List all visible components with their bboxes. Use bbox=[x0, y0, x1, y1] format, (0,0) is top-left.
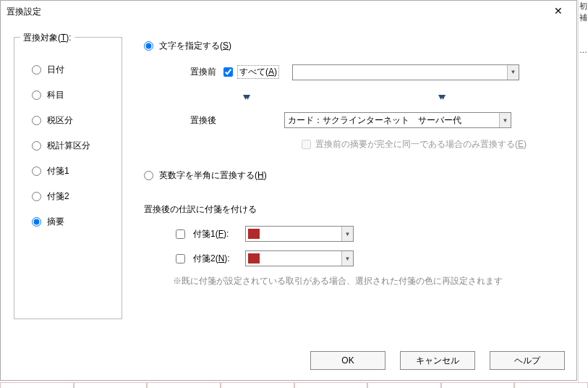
all-check-row[interactable]: すべて(A) bbox=[223, 65, 279, 79]
color-swatch-icon bbox=[248, 229, 260, 239]
arrow-down-icon: ❤ bbox=[419, 90, 462, 102]
chevron-down-icon[interactable]: ▼ bbox=[341, 227, 353, 241]
strip-char: 補 bbox=[579, 12, 588, 23]
all-label: すべて(A) bbox=[237, 65, 279, 79]
chevron-down-icon[interactable]: ▼ bbox=[507, 65, 519, 80]
radio-fusen2[interactable] bbox=[32, 192, 41, 201]
fusen-section-title: 置換後の仕訳に付箋を付ける bbox=[144, 203, 568, 216]
radio-zeikubun[interactable] bbox=[32, 116, 41, 125]
target-radio-kamoku[interactable]: 科目 bbox=[32, 89, 111, 101]
radio-zeikeisan[interactable] bbox=[32, 141, 41, 151]
dialog-body: 置換対象(T): 日付 科目 税区分 税計算区分 付箋1 bbox=[1, 22, 576, 319]
radio-label: 付箋1 bbox=[47, 165, 69, 177]
fusen1-label: 付箋1(F): bbox=[193, 228, 239, 240]
checkbox-only-exact bbox=[302, 140, 311, 149]
checkbox-fusen1[interactable] bbox=[176, 229, 185, 239]
only-exact-label: 置換前の摘要が完全に同一である場合のみ置換する(E) bbox=[315, 138, 527, 151]
after-value: カード：サクラインターネット サーバー代 bbox=[288, 114, 461, 127]
only-exact-row: 置換前の摘要が完全に同一である場合のみ置換する(E) bbox=[302, 138, 568, 151]
before-label: 置換前 bbox=[158, 66, 223, 78]
target-legend: 置換対象(T): bbox=[20, 32, 74, 44]
mode-halfwidth-row[interactable]: 英数字を半角に置換する(H) bbox=[144, 169, 568, 182]
radio-kamoku[interactable] bbox=[32, 90, 41, 100]
checkbox-all[interactable] bbox=[223, 67, 233, 77]
background-tabs bbox=[0, 382, 588, 388]
fusen1-row: 付箋1(F): ▼ bbox=[173, 226, 568, 242]
cancel-button[interactable]: キャンセル bbox=[400, 351, 475, 370]
chevron-down-icon[interactable]: ▼ bbox=[499, 113, 511, 127]
radio-label: 税計算区分 bbox=[47, 140, 90, 152]
after-label: 置換後 bbox=[158, 114, 223, 127]
before-combo[interactable]: ▼ bbox=[292, 64, 519, 80]
close-icon[interactable]: ✕ bbox=[547, 4, 569, 20]
radio-halfwidth[interactable] bbox=[144, 171, 153, 180]
help-button[interactable]: ヘルプ bbox=[490, 351, 565, 370]
window-title: 置換設定 bbox=[7, 6, 41, 18]
strip-char: 初 bbox=[579, 0, 588, 12]
radio-fusen1[interactable] bbox=[32, 166, 41, 176]
color-swatch-icon bbox=[248, 253, 260, 263]
radio-label: 日付 bbox=[47, 64, 64, 76]
fusen2-label: 付箋2(N): bbox=[193, 253, 239, 265]
fusen2-combo[interactable]: ▼ bbox=[245, 250, 354, 266]
checkbox-fusen2[interactable] bbox=[176, 254, 185, 263]
fusen1-combo[interactable]: ▼ bbox=[245, 226, 354, 242]
radio-tekiyou[interactable] bbox=[32, 217, 41, 227]
fusen-note: ※既に付箋が設定されている取引がある場合、選択された付箋の色に再設定されます bbox=[173, 275, 568, 287]
radio-label: 税区分 bbox=[47, 114, 73, 127]
titlebar: 置換設定 ✕ bbox=[1, 1, 576, 22]
main-panel: 文字を指定する(S) 置換前 すべて(A) ▼ ❤ ❤ bbox=[122, 37, 568, 319]
after-combo[interactable]: カード：サクラインターネット サーバー代 ▼ bbox=[284, 112, 511, 128]
chevron-down-icon[interactable]: ▼ bbox=[341, 251, 353, 266]
radio-label: 摘要 bbox=[47, 216, 64, 228]
ok-button[interactable]: OK bbox=[310, 351, 385, 370]
target-radio-date[interactable]: 日付 bbox=[32, 64, 111, 76]
target-radio-zeikeisan[interactable]: 税計算区分 bbox=[32, 140, 111, 152]
dialog-window: 置換設定 ✕ 置換対象(T): 日付 科目 税区分 税計算区分 bbox=[0, 0, 577, 381]
fusen2-row: 付箋2(N): ▼ bbox=[173, 250, 568, 266]
radio-specify-text[interactable] bbox=[144, 41, 153, 51]
button-bar: OK キャンセル ヘルプ bbox=[310, 351, 565, 370]
radio-date[interactable] bbox=[32, 65, 41, 75]
radio-label: 付箋2 bbox=[47, 190, 69, 203]
target-groupbox: 置換対象(T): 日付 科目 税区分 税計算区分 付箋1 bbox=[14, 37, 122, 319]
background-strip: 初 補 … bbox=[578, 0, 588, 388]
target-radio-zeikubun[interactable]: 税区分 bbox=[32, 114, 111, 127]
target-radio-fusen1[interactable]: 付箋1 bbox=[32, 165, 111, 177]
mode-specify-text-row[interactable]: 文字を指定する(S) bbox=[144, 40, 568, 52]
target-radio-tekiyou[interactable]: 摘要 bbox=[32, 216, 111, 228]
target-radio-fusen2[interactable]: 付箋2 bbox=[32, 190, 111, 203]
mode-label: 英数字を半角に置換する(H) bbox=[159, 169, 267, 182]
mode-label: 文字を指定する(S) bbox=[159, 40, 231, 52]
arrow-down-icon: ❤ bbox=[223, 90, 267, 102]
radio-label: 科目 bbox=[47, 89, 64, 101]
